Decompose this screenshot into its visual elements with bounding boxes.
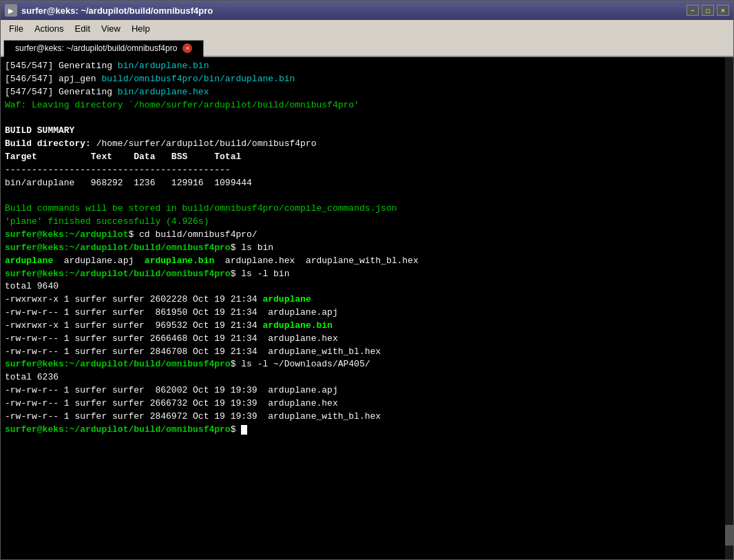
window-controls: − □ × bbox=[686, 5, 729, 16]
line-20: -rw-rw-r-- 1 surfer surfer 861950 Oct 19… bbox=[5, 307, 720, 320]
line-19: -rwxrwxr-x 1 surfer surfer 2602228 Oct 1… bbox=[5, 293, 720, 307]
menu-edit[interactable]: Edit bbox=[70, 22, 96, 35]
line-8: Target Text Data BSS Total bbox=[5, 151, 720, 164]
line-4: Waf: Leaving directory `/home/surfer/ard… bbox=[5, 99, 720, 112]
title-bar: ▶ surfer@keks: ~/ardupilot/build/omnibus… bbox=[1, 1, 733, 20]
line-6: BUILD SUMMARY bbox=[5, 125, 720, 138]
line-24: surfer@keks:~/ardupilot/build/omnibusf4p… bbox=[5, 358, 720, 371]
tab-bar: surfer@keks: ~/ardupilot/build/omnibusf4… bbox=[1, 37, 733, 57]
line-9: ----------------------------------------… bbox=[5, 164, 720, 177]
tab-terminal[interactable]: surfer@keks: ~/ardupilot/build/omnibusf4… bbox=[3, 40, 204, 57]
line-14: surfer@keks:~/ardupilot$ cd build/omnibu… bbox=[5, 229, 720, 242]
tab-label: surfer@keks: ~/ardupilot/build/omnibusf4… bbox=[15, 43, 177, 53]
line-2: [546/547] apj_gen build/omnibusf4pro/bin… bbox=[5, 73, 720, 86]
line-15: surfer@keks:~/ardupilot/build/omnibusf4p… bbox=[5, 242, 720, 255]
menu-view[interactable]: View bbox=[96, 22, 126, 35]
maximize-button[interactable]: □ bbox=[702, 5, 714, 16]
line-13: 'plane' finished successfully (4.926s) bbox=[5, 216, 720, 229]
menu-bar: File Actions Edit View Help bbox=[1, 20, 733, 37]
line-16: arduplane arduplane.apj arduplane.bin ar… bbox=[5, 255, 720, 268]
menu-actions[interactable]: Actions bbox=[29, 22, 70, 35]
line-26: -rw-rw-r-- 1 surfer surfer 862002 Oct 19… bbox=[5, 384, 720, 397]
menu-file[interactable]: File bbox=[3, 22, 29, 35]
line-10: bin/arduplane 968292 1236 129916 1099444 bbox=[5, 177, 720, 190]
line-22: -rw-rw-r-- 1 surfer surfer 2666468 Oct 1… bbox=[5, 333, 720, 346]
line-12: Build commands will be stored in build/o… bbox=[5, 203, 720, 216]
line-1: [545/547] Generating bin/arduplane.bin bbox=[5, 60, 720, 73]
line-21: -rwxrwxr-x 1 surfer surfer 969532 Oct 19… bbox=[5, 320, 720, 333]
line-17: surfer@keks:~/ardupilot/build/omnibusf4p… bbox=[5, 268, 720, 281]
line-29: surfer@keks:~/ardupilot/build/omnibusf4p… bbox=[5, 424, 720, 437]
title-bar-left: ▶ surfer@keks: ~/ardupilot/build/omnibus… bbox=[5, 4, 213, 17]
line-3: [547/547] Generating bin/arduplane.hex bbox=[5, 86, 720, 99]
line-5 bbox=[5, 112, 720, 125]
close-button[interactable]: × bbox=[717, 5, 729, 16]
line-18: total 9640 bbox=[5, 280, 720, 293]
window-title: surfer@keks: ~/ardupilot/build/omnibusf4… bbox=[21, 6, 213, 16]
minimize-button[interactable]: − bbox=[686, 5, 699, 16]
line-28: -rw-rw-r-- 1 surfer surfer 2846972 Oct 1… bbox=[5, 411, 720, 424]
cursor bbox=[241, 425, 247, 435]
tab-close-button[interactable]: × bbox=[182, 43, 192, 53]
line-25: total 6236 bbox=[5, 371, 720, 384]
terminal-area[interactable]: [545/547] Generating bin/arduplane.bin [… bbox=[1, 57, 733, 559]
terminal-icon: ▶ bbox=[5, 4, 17, 17]
line-11 bbox=[5, 189, 720, 203]
terminal-content: [545/547] Generating bin/arduplane.bin [… bbox=[5, 60, 720, 557]
line-7: Build directory: /home/surfer/ardupilot/… bbox=[5, 138, 720, 151]
scrollbar[interactable] bbox=[725, 57, 733, 559]
scrollbar-thumb[interactable] bbox=[725, 525, 733, 546]
line-23: -rw-rw-r-- 1 surfer surfer 2846708 Oct 1… bbox=[5, 346, 720, 359]
menu-help[interactable]: Help bbox=[126, 22, 156, 35]
terminal-window: ▶ surfer@keks: ~/ardupilot/build/omnibus… bbox=[0, 0, 734, 560]
line-27: -rw-rw-r-- 1 surfer surfer 2666732 Oct 1… bbox=[5, 397, 720, 411]
